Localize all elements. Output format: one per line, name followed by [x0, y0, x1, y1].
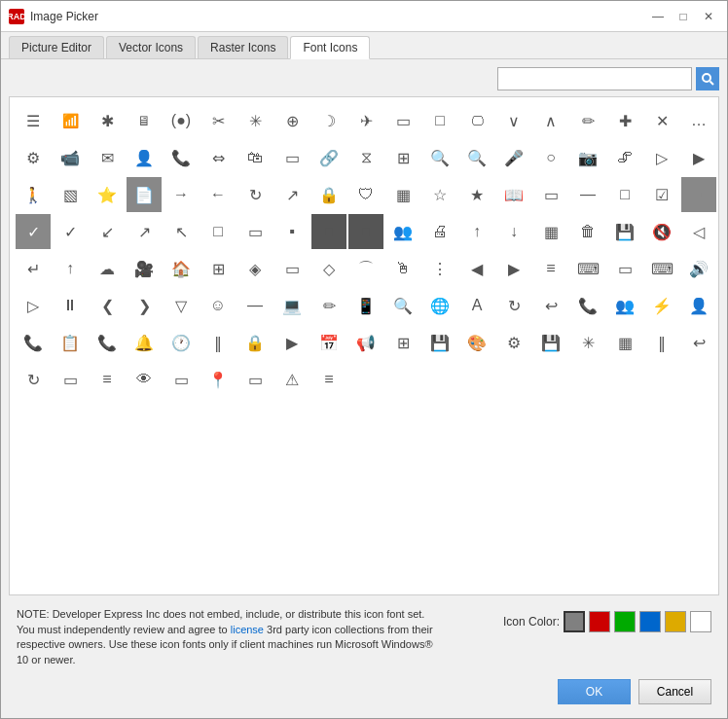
icon-cell[interactable]: ✱	[90, 103, 125, 138]
icon-cell[interactable]: ✓	[16, 214, 51, 249]
icon-cell[interactable]: ↑	[53, 251, 88, 286]
icon-cell[interactable]: ⚠	[274, 362, 309, 397]
icon-cell[interactable]: ∨	[496, 103, 531, 138]
icon-cell[interactable]: ✏	[311, 288, 346, 323]
color-swatch-gray[interactable]	[564, 611, 585, 632]
icon-cell[interactable]: 🎨	[459, 325, 494, 360]
icon-cell[interactable]: 🖇	[607, 140, 642, 175]
icon-cell[interactable]: ⚙	[496, 325, 531, 360]
icon-cell[interactable]: 🕐	[164, 325, 199, 360]
icon-cell[interactable]: 🗑	[570, 214, 605, 249]
icon-cell[interactable]: ✓	[53, 214, 88, 249]
tab-picture-editor[interactable]: Picture Editor	[9, 36, 104, 58]
icon-cell[interactable]: ✚	[607, 103, 642, 138]
icon-cell[interactable]: ◈	[237, 251, 273, 286]
icon-cell[interactable]: 📞	[16, 325, 51, 360]
search-input[interactable]	[497, 67, 692, 90]
icon-cell[interactable]: 🔍	[422, 140, 457, 175]
icon-cell[interactable]: ☰	[16, 103, 51, 138]
icon-cell[interactable]: ☽	[311, 103, 346, 138]
icon-cell[interactable]: 📋	[53, 325, 88, 360]
icon-cell[interactable]: 🌐	[422, 288, 457, 323]
icon-cell[interactable]: ▭	[164, 362, 199, 397]
icon-cell[interactable]: ‖	[644, 325, 679, 360]
icon-cell[interactable]: ▭	[385, 103, 420, 138]
icons-grid-container[interactable]: ☰ 📶 ✱ 🖥 (●) ✂ ✳ ⊕ ☽ ✈ ▭ □ 🖵 ∨ ∧ ✏ ✚ ✕ …	[9, 96, 719, 595]
search-button[interactable]	[696, 67, 719, 90]
icon-cell[interactable]: ▭	[274, 251, 309, 286]
icon-cell[interactable]: ▭	[607, 251, 642, 286]
icon-cell[interactable]: 🔒	[237, 325, 273, 360]
icon-cell[interactable]: ☆	[422, 177, 457, 212]
icon-cell[interactable]: ○	[533, 140, 568, 175]
icon-cell[interactable]: —	[237, 288, 273, 323]
icon-cell[interactable]: ↵	[16, 251, 51, 286]
icon-cell[interactable]: 👁	[127, 362, 162, 397]
icon-cell[interactable]: ⭐	[90, 177, 125, 212]
icon-cell[interactable]: ✳	[570, 325, 605, 360]
icon-cell[interactable]: □	[422, 103, 457, 138]
icon-cell[interactable]: ❮	[90, 288, 125, 323]
color-swatch-green[interactable]	[614, 611, 636, 632]
icon-cell[interactable]: 📢	[348, 325, 383, 360]
icon-cell[interactable]: 🔍	[459, 140, 494, 175]
icon-cell[interactable]: ❯	[127, 288, 162, 323]
color-swatch-red[interactable]	[589, 611, 610, 632]
icon-cell[interactable]: ☁	[90, 251, 125, 286]
icon-cell[interactable]: ⌨	[644, 251, 679, 286]
icon-cell[interactable]: 🔍	[385, 288, 420, 323]
color-swatch-yellow[interactable]	[665, 611, 686, 632]
icon-cell[interactable]: ⧖	[348, 140, 383, 175]
icon-cell[interactable]: 👤	[127, 140, 162, 175]
icon-cell[interactable]: ■	[311, 214, 346, 249]
icon-cell[interactable]: ▦	[385, 177, 420, 212]
icon-cell[interactable]: ■	[348, 214, 383, 249]
icon-cell[interactable]: ▧	[53, 177, 88, 212]
icon-cell[interactable]: ⚡	[644, 288, 679, 323]
icon-cell[interactable]: ★	[459, 177, 494, 212]
icon-cell[interactable]: ⊞	[200, 251, 236, 286]
icon-cell[interactable]: ↻	[16, 362, 51, 397]
icon-cell[interactable]: 🖥	[127, 103, 162, 138]
minimize-button[interactable]: —	[647, 6, 669, 27]
icon-cell[interactable]: 💾	[607, 214, 642, 249]
tab-raster-icons[interactable]: Raster Icons	[198, 36, 288, 58]
icon-cell[interactable]: ◇	[311, 251, 346, 286]
icon-cell[interactable]: ⚙	[16, 140, 51, 175]
icon-cell[interactable]: ↗	[274, 177, 309, 212]
icon-cell[interactable]: ▶	[274, 325, 309, 360]
icon-cell[interactable]: ∧	[533, 103, 568, 138]
icon-cell[interactable]: 🛍	[237, 140, 273, 175]
icon-cell[interactable]: ◁	[681, 214, 716, 249]
icon-cell[interactable]: …	[681, 103, 716, 138]
icon-cell[interactable]: ⌨	[570, 251, 605, 286]
icon-cell[interactable]: ⊕	[274, 103, 309, 138]
icon-cell[interactable]: ✈	[348, 103, 383, 138]
icon-cell[interactable]: 🛡	[348, 177, 383, 212]
tab-font-icons[interactable]: Font Icons	[290, 36, 370, 59]
icon-cell[interactable]: ≡	[311, 362, 346, 397]
tab-vector-icons[interactable]: Vector Icons	[106, 36, 196, 58]
icon-cell[interactable]: →	[164, 177, 199, 212]
icon-cell[interactable]: 📷	[570, 140, 605, 175]
icon-cell[interactable]: ▭	[237, 214, 273, 249]
icon-cell[interactable]: ▦	[607, 325, 642, 360]
icon-cell[interactable]: ⇔	[200, 140, 236, 175]
icon-cell[interactable]: 🔗	[311, 140, 346, 175]
icon-cell[interactable]: 🔊	[681, 251, 716, 286]
icon-cell[interactable]: 📖	[496, 177, 531, 212]
icon-cell[interactable]: ⊞	[385, 140, 420, 175]
icon-cell[interactable]: ✂	[200, 103, 236, 138]
icon-cell[interactable]: 🖨	[422, 214, 457, 249]
icon-cell[interactable]: □	[607, 177, 642, 212]
icon-cell[interactable]: ▷	[644, 140, 679, 175]
icon-cell[interactable]: 🖱	[385, 251, 420, 286]
icon-cell[interactable]: 💾	[533, 325, 568, 360]
icon-cell[interactable]: ↩	[681, 325, 716, 360]
icon-cell[interactable]: (●)	[164, 103, 199, 138]
cancel-button[interactable]: Cancel	[638, 679, 711, 704]
icon-cell[interactable]: ↓	[496, 214, 531, 249]
icon-cell[interactable]: ↗	[127, 214, 162, 249]
icon-cell[interactable]: ⊞	[385, 325, 420, 360]
close-button[interactable]: ✕	[698, 6, 719, 27]
